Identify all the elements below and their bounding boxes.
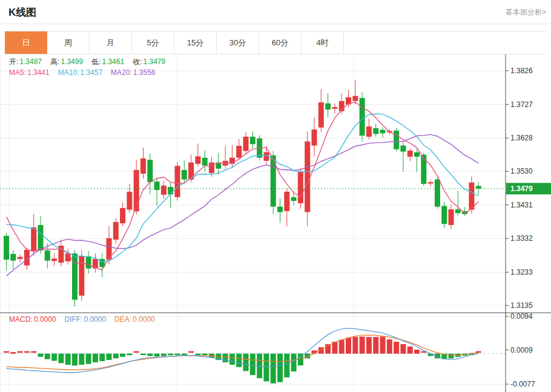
svg-text:-0.0077: -0.0077: [510, 380, 535, 388]
candle: [352, 96, 358, 101]
svg-text:1.3628: 1.3628: [510, 134, 533, 142]
candle: [10, 254, 16, 261]
candle: [38, 225, 44, 250]
candle: [31, 227, 36, 252]
candle: [435, 180, 440, 207]
candle: [120, 208, 125, 223]
tab-周[interactable]: 周: [47, 31, 90, 54]
candle: [250, 137, 256, 144]
tab-30分[interactable]: 30分: [217, 31, 259, 54]
candle: [441, 206, 447, 224]
candle: [476, 186, 481, 188]
tab-bar: 日周月5分15分30分60分4时: [5, 31, 546, 54]
tab-日[interactable]: 日: [5, 31, 47, 54]
candle: [298, 172, 303, 203]
candle: [51, 259, 57, 261]
candle: [291, 197, 297, 201]
candle: [236, 146, 242, 158]
info-pair: DIFF:0.0000: [64, 315, 106, 324]
info-pair: 收:1.3479: [133, 57, 165, 66]
info-pair: 低:1.3461: [91, 57, 124, 66]
svg-text:1.3332: 1.3332: [510, 234, 533, 243]
tab-15分[interactable]: 15分: [174, 31, 217, 54]
info-pair: MACD:0.0000: [9, 315, 56, 324]
ma10-line: [7, 114, 479, 262]
candle: [421, 155, 426, 184]
candle: [277, 207, 283, 212]
candle: [243, 137, 249, 151]
candle: [325, 103, 331, 109]
candle: [161, 186, 167, 195]
candle: [175, 166, 180, 197]
candle-bodies: [4, 96, 481, 300]
candle: [113, 222, 119, 240]
page-title: K线图: [8, 5, 36, 19]
page-header: K线图 基本面分析>: [0, 0, 551, 24]
candle: [312, 129, 317, 145]
candle: [86, 256, 91, 269]
candle: [18, 257, 23, 259]
candle: [469, 183, 474, 210]
candle: [380, 130, 386, 134]
candle: [407, 151, 413, 157]
candle: [147, 160, 153, 182]
svg-text:1.3431: 1.3431: [510, 201, 533, 209]
tab-4时[interactable]: 4时: [302, 31, 344, 54]
candle: [4, 236, 9, 260]
svg-text:1.3479: 1.3479: [510, 185, 533, 193]
candle: [209, 163, 214, 173]
candle: [449, 209, 454, 225]
candle: [202, 158, 208, 166]
candle: [373, 128, 378, 134]
candle: [284, 192, 289, 211]
current-price-badge: 1.3479: [506, 183, 551, 194]
ohlc-info-row: 开:1.3487高:1.3499低:1.3461收:1.3479: [9, 57, 174, 67]
svg-text:1.3135: 1.3135: [510, 301, 533, 310]
info-pair: MA20:1.3556: [111, 68, 155, 77]
candle: [360, 98, 365, 136]
svg-text:0.0094: 0.0094: [510, 312, 533, 321]
candle: [65, 253, 71, 261]
candle: [168, 187, 173, 194]
candle: [182, 170, 187, 180]
candle: [366, 126, 372, 137]
candle: [414, 152, 420, 157]
candle: [332, 107, 337, 109]
kline-chart[interactable]: 1.38261.37271.36281.35301.34311.33321.32…: [0, 54, 551, 392]
svg-text:1.3727: 1.3727: [510, 100, 533, 109]
macd-header-row: MACD:0.0000DIFF:0.0000DEA:0.0000: [9, 315, 163, 324]
svg-text:1.3530: 1.3530: [510, 167, 533, 175]
svg-text:0.0009: 0.0009: [510, 346, 533, 354]
candle: [45, 250, 50, 261]
tab-月[interactable]: 月: [90, 31, 132, 54]
candle: [79, 256, 84, 296]
candle: [455, 209, 461, 213]
tab-5分[interactable]: 5分: [132, 31, 174, 54]
candle: [140, 158, 146, 174]
chart-area[interactable]: 1.38261.37271.36281.35301.34311.33321.32…: [0, 54, 551, 392]
macd-histogram: [4, 336, 481, 383]
info-pair: 高:1.3499: [50, 57, 83, 66]
svg-text:1.3233: 1.3233: [510, 268, 533, 276]
info-pair: 开:1.3487: [9, 57, 42, 66]
info-pair: MA10:1.3457: [58, 68, 102, 77]
candle: [318, 102, 324, 128]
info-pair: MA5:1.3441: [9, 68, 50, 77]
candle: [127, 192, 132, 210]
kline-app: K线图 基本面分析> 日周月5分15分30分60分4时 1.38261.3727…: [0, 0, 551, 392]
gridlines: [0, 54, 506, 392]
tab-60分[interactable]: 60分: [259, 31, 302, 54]
candle: [195, 156, 200, 163]
fundamental-analysis-link[interactable]: 基本面分析>: [506, 7, 546, 18]
candle: [400, 146, 406, 152]
svg-text:1.3826: 1.3826: [510, 67, 533, 75]
ma-info-row: MA5:1.3441MA10:1.3457MA20:1.3556: [9, 68, 164, 77]
info-pair: DEA:0.0000: [114, 315, 155, 324]
candle: [305, 142, 310, 212]
candle: [428, 182, 434, 183]
macd-axis-labels: 0.00940.0009-0.0077: [506, 312, 535, 388]
candle: [394, 131, 399, 149]
ma5-line: [7, 102, 479, 270]
